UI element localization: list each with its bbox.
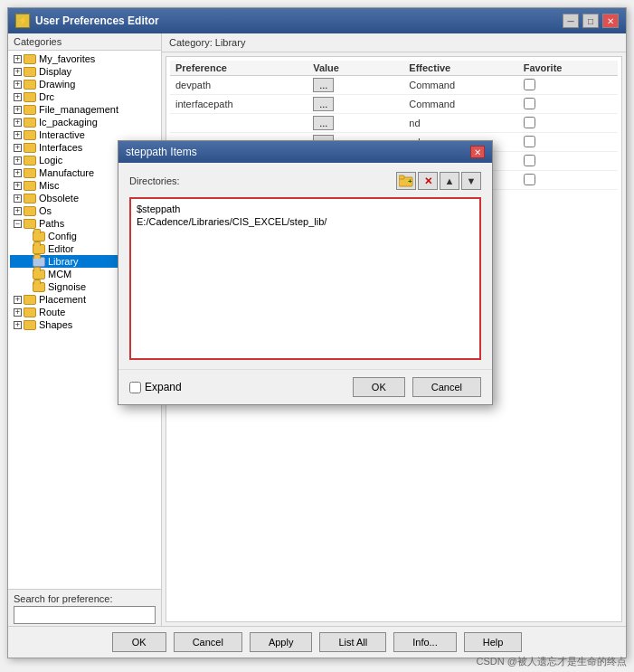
dialog-title-bar: steppath Items ✕ — [118, 141, 492, 163]
directories-label: Directories: — [129, 175, 180, 186]
expand-icon: + — [14, 207, 22, 215]
help-button[interactable]: Help — [464, 632, 523, 652]
tree-label: Editor — [48, 243, 74, 254]
pref-value: ... — [308, 114, 382, 133]
pref-name: interfacepath — [170, 95, 308, 114]
dialog-close-button[interactable]: ✕ — [470, 146, 485, 158]
dir-entry-text: $steppath — [137, 203, 180, 214]
expand-icon: + — [14, 182, 22, 190]
dialog-title: steppath Items — [126, 146, 197, 158]
folder-icon — [24, 181, 36, 191]
folder-icon — [24, 194, 36, 203]
folder-icon — [24, 308, 36, 317]
search-input[interactable] — [14, 606, 156, 624]
tree-item-drawing[interactable]: + Drawing — [10, 78, 159, 90]
search-label: Search for preference: — [14, 593, 156, 604]
title-bar: ⚡ User Preferences Editor ─ □ ✕ — [8, 8, 626, 33]
folder-yellow-icon — [33, 257, 45, 267]
expand-icon: + — [14, 308, 22, 317]
dialog-cancel-button[interactable]: Cancel — [412, 377, 481, 397]
expand-icon: + — [14, 156, 22, 165]
favorite-checkbox[interactable] — [524, 174, 535, 185]
bottom-bar: OK Cancel Apply List All Info... Help — [8, 626, 626, 658]
folder-icon — [24, 130, 36, 140]
new-folder-button[interactable]: + — [396, 172, 416, 190]
dialog-content: Directories: + ✕ ▲ ▼ $steppath E:/Ca — [118, 163, 492, 369]
apply-button[interactable]: Apply — [250, 632, 313, 652]
right-header: Category: Library — [162, 33, 626, 52]
expand-icon: + — [14, 321, 22, 329]
tree-label: Placement — [39, 294, 86, 305]
tree-item-display[interactable]: + Display — [10, 65, 159, 78]
value-button[interactable]: ... — [313, 116, 334, 130]
tree-label: Manufacture — [39, 167, 94, 178]
favorite-checkbox[interactable] — [524, 155, 535, 166]
svg-text:+: + — [408, 177, 412, 185]
pref-name — [170, 114, 308, 133]
expand-icon: + — [14, 118, 22, 127]
folder-icon — [24, 156, 36, 166]
folder-icon — [24, 206, 36, 216]
col-effective: Effective — [403, 61, 517, 76]
folder-icon — [24, 118, 36, 128]
tree-label: Interfaces — [39, 142, 82, 153]
dir-entry-steppath[interactable]: $steppath — [135, 203, 476, 215]
expand-icon: + — [14, 296, 22, 304]
expand-icon: + — [14, 93, 22, 101]
tree-label: Display — [39, 66, 71, 77]
tree-label: Drawing — [39, 79, 75, 90]
folder-icon — [24, 92, 36, 102]
tree-label: Paths — [39, 218, 64, 229]
col-favorite: Favorite — [518, 61, 618, 76]
category-value: Library — [215, 37, 246, 48]
dialog-bottom: Expand OK Cancel — [118, 369, 492, 404]
tree-item-drc[interactable]: + Drc — [10, 90, 159, 103]
col-spacer — [382, 61, 403, 76]
pref-effective: Command — [403, 76, 517, 95]
tree-item-interactive[interactable]: + Interactive — [10, 128, 159, 141]
ok-button[interactable]: OK — [112, 632, 166, 652]
folder-yellow-icon — [33, 244, 45, 254]
window-title: User Preferences Editor — [35, 14, 159, 27]
delete-button[interactable]: ✕ — [418, 172, 438, 190]
pref-favorite — [518, 133, 618, 152]
category-label: Category: — [169, 37, 213, 48]
expand-icon: + — [14, 80, 22, 89]
dir-entry-text: E:/Cadence/Libraries/CIS_EXCEL/step_lib/ — [137, 216, 326, 227]
expand-checkbox-row: Expand — [129, 381, 182, 393]
tree-item-ic-packaging[interactable]: + Ic_packaging — [10, 116, 159, 128]
move-up-button[interactable]: ▲ — [440, 172, 459, 190]
cancel-button[interactable]: Cancel — [174, 632, 242, 652]
tree-label: Ic_packaging — [39, 117, 98, 128]
minimize-button[interactable]: ─ — [563, 14, 579, 28]
tree-item-my-favorites[interactable]: + My_favorites — [10, 52, 159, 65]
info-button[interactable]: Info... — [393, 632, 457, 652]
pref-name: devpath — [170, 76, 308, 95]
tree-label: Interactive — [39, 129, 85, 140]
directories-box[interactable]: $steppath E:/Cadence/Libraries/CIS_EXCEL… — [129, 197, 481, 360]
favorite-checkbox[interactable] — [524, 117, 535, 128]
pref-effective: nd — [403, 114, 517, 133]
expand-label: Expand — [145, 381, 182, 393]
dir-entry-path[interactable]: E:/Cadence/Libraries/CIS_EXCEL/step_lib/ — [135, 215, 476, 228]
title-controls: ─ □ ✕ — [563, 14, 619, 28]
pref-effective: Command — [403, 95, 517, 114]
dialog-ok-button[interactable]: OK — [353, 377, 405, 397]
list-all-button[interactable]: List All — [319, 632, 386, 652]
favorite-checkbox[interactable] — [524, 79, 535, 90]
favorite-checkbox[interactable] — [524, 136, 535, 147]
close-button[interactable]: ✕ — [602, 14, 619, 28]
pref-favorite — [518, 152, 618, 171]
move-down-button[interactable]: ▼ — [461, 172, 481, 190]
tree-label: Misc — [39, 180, 60, 191]
tree-label: Shapes — [39, 319, 72, 330]
favorite-checkbox[interactable] — [524, 98, 535, 109]
value-button[interactable]: ... — [313, 97, 334, 111]
pref-favorite — [518, 76, 618, 95]
tree-label: Os — [39, 205, 52, 216]
maximize-button[interactable]: □ — [582, 14, 599, 28]
expand-icon: + — [14, 106, 22, 114]
value-button[interactable]: ... — [313, 78, 334, 92]
tree-item-file-mgmt[interactable]: + File_management — [10, 103, 159, 116]
expand-checkbox[interactable] — [129, 382, 141, 393]
